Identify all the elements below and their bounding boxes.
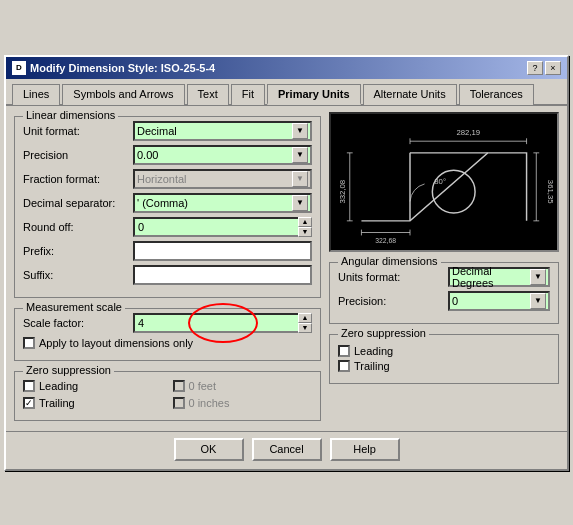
- precision-value: 0.00: [137, 149, 158, 161]
- angular-units-format-value: Decimal Degrees: [452, 265, 529, 289]
- inches-row: 0 inches: [173, 397, 313, 409]
- title-bar-left: D Modify Dimension Style: ISO-25-5-4: [12, 61, 215, 75]
- fraction-format-label: Fraction format:: [23, 173, 133, 185]
- tab-text[interactable]: Text: [187, 84, 229, 105]
- tab-lines[interactable]: Lines: [12, 84, 60, 105]
- measurement-scale-label: Measurement scale: [23, 301, 125, 313]
- bottom-bar: OK Cancel Help: [6, 431, 567, 469]
- fraction-format-select[interactable]: Horizontal ▼: [133, 169, 312, 189]
- close-title-button[interactable]: ×: [545, 61, 561, 75]
- round-off-input[interactable]: [133, 217, 298, 237]
- angular-precision-value: 0: [452, 295, 458, 307]
- unit-format-control: Decimal ▼: [133, 121, 312, 141]
- decimal-separator-value: ' (Comma): [137, 197, 188, 209]
- tab-alternate-units[interactable]: Alternate Units: [363, 84, 457, 105]
- suffix-row: Suffix:: [23, 265, 312, 285]
- help-title-button[interactable]: ?: [527, 61, 543, 75]
- right-panel: 282,19 332,08 361,35: [329, 112, 559, 421]
- scale-factor-control: ▲ ▼: [133, 313, 312, 333]
- round-off-spinner: ▲ ▼: [133, 217, 312, 237]
- scale-factor-up[interactable]: ▲: [298, 313, 312, 323]
- right-leading-row: Leading: [338, 345, 550, 357]
- zero-suppression-left-group: Zero suppression Leading 0 feet ✓ Traili…: [14, 371, 321, 421]
- svg-text:282,19: 282,19: [456, 128, 480, 137]
- help-button[interactable]: Help: [330, 438, 400, 461]
- fraction-format-row: Fraction format: Horizontal ▼: [23, 169, 312, 189]
- feet-row: 0 feet: [173, 380, 313, 392]
- round-off-control: ▲ ▼: [133, 217, 312, 237]
- angular-units-format-select[interactable]: Decimal Degrees ▼: [448, 267, 550, 287]
- zero-suppression-left-grid: Leading 0 feet ✓ Trailing 0 inches: [23, 380, 312, 412]
- inches-label: 0 inches: [189, 397, 230, 409]
- decimal-separator-control: ' (Comma) ▼: [133, 193, 312, 213]
- window-title: Modify Dimension Style: ISO-25-5-4: [30, 62, 215, 74]
- title-buttons: ? ×: [527, 61, 561, 75]
- angular-units-format-control: Decimal Degrees ▼: [448, 267, 550, 287]
- cancel-button[interactable]: Cancel: [252, 438, 322, 461]
- right-leading-label: Leading: [354, 345, 393, 357]
- unit-format-arrow[interactable]: ▼: [292, 123, 308, 139]
- fraction-format-arrow[interactable]: ▼: [292, 171, 308, 187]
- prefix-row: Prefix:: [23, 241, 312, 261]
- prefix-input[interactable]: [133, 241, 312, 261]
- main-window: D Modify Dimension Style: ISO-25-5-4 ? ×…: [4, 55, 569, 471]
- suffix-control: [133, 265, 312, 285]
- right-leading-checkbox[interactable]: [338, 345, 350, 357]
- round-off-spinner-buttons: ▲ ▼: [298, 217, 312, 237]
- scale-factor-spinner-buttons: ▲ ▼: [298, 313, 312, 333]
- angular-dimensions-group: Angular dimensions Units format: Decimal…: [329, 262, 559, 324]
- leading-label: Leading: [39, 380, 78, 392]
- right-trailing-checkbox[interactable]: [338, 360, 350, 372]
- svg-text:80°: 80°: [434, 176, 446, 185]
- round-off-down[interactable]: ▼: [298, 227, 312, 237]
- apply-layout-row: Apply to layout dimensions only: [23, 337, 312, 349]
- scale-factor-spinner: ▲ ▼: [133, 313, 312, 333]
- unit-format-label: Unit format:: [23, 125, 133, 137]
- feet-label: 0 feet: [189, 380, 217, 392]
- precision-control: 0.00 ▼: [133, 145, 312, 165]
- trailing-checkbox[interactable]: ✓: [23, 397, 35, 409]
- apply-layout-checkbox[interactable]: [23, 337, 35, 349]
- apply-layout-label: Apply to layout dimensions only: [39, 337, 193, 349]
- precision-select[interactable]: 0.00 ▼: [133, 145, 312, 165]
- round-off-row: Round off: ▲ ▼: [23, 217, 312, 237]
- scale-factor-down[interactable]: ▼: [298, 323, 312, 333]
- trailing-row: ✓ Trailing: [23, 397, 163, 409]
- inches-checkbox[interactable]: [173, 397, 185, 409]
- decimal-separator-label: Decimal separator:: [23, 197, 133, 209]
- leading-checkbox[interactable]: [23, 380, 35, 392]
- angular-precision-arrow[interactable]: ▼: [530, 293, 546, 309]
- leading-row: Leading: [23, 380, 163, 392]
- angular-precision-select[interactable]: 0 ▼: [448, 291, 550, 311]
- precision-row: Precision 0.00 ▼: [23, 145, 312, 165]
- precision-arrow[interactable]: ▼: [292, 147, 308, 163]
- round-off-up[interactable]: ▲: [298, 217, 312, 227]
- angular-precision-control: 0 ▼: [448, 291, 550, 311]
- unit-format-select[interactable]: Decimal ▼: [133, 121, 312, 141]
- scale-factor-label: Scale factor:: [23, 317, 133, 329]
- suffix-input[interactable]: [133, 265, 312, 285]
- unit-format-row: Unit format: Decimal ▼: [23, 121, 312, 141]
- ok-button[interactable]: OK: [174, 438, 244, 461]
- app-icon: D: [12, 61, 26, 75]
- feet-checkbox[interactable]: [173, 380, 185, 392]
- svg-text:322,68: 322,68: [375, 237, 396, 244]
- tab-fit[interactable]: Fit: [231, 84, 265, 105]
- fraction-format-value: Horizontal: [137, 173, 187, 185]
- decimal-separator-select[interactable]: ' (Comma) ▼: [133, 193, 312, 213]
- tab-symbols-arrows[interactable]: Symbols and Arrows: [62, 84, 184, 105]
- linear-dimensions-group: Linear dimensions Unit format: Decimal ▼…: [14, 116, 321, 298]
- angular-dimensions-label: Angular dimensions: [338, 255, 441, 267]
- scale-factor-row: Scale factor: ▲ ▼: [23, 313, 312, 333]
- angular-precision-label: Precision:: [338, 295, 448, 307]
- tab-bar: Lines Symbols and Arrows Text Fit Primar…: [6, 79, 567, 106]
- angular-units-format-arrow[interactable]: ▼: [530, 269, 546, 285]
- left-panel: Linear dimensions Unit format: Decimal ▼…: [14, 112, 321, 421]
- tab-primary-units[interactable]: Primary Units: [267, 84, 361, 105]
- linear-dimensions-label: Linear dimensions: [23, 109, 118, 121]
- tab-tolerances[interactable]: Tolerances: [459, 84, 534, 105]
- decimal-separator-arrow[interactable]: ▼: [292, 195, 308, 211]
- scale-factor-input[interactable]: [133, 313, 298, 333]
- zero-suppression-right-group: Zero suppression Leading Trailing: [329, 334, 559, 384]
- preview-box: 282,19 332,08 361,35: [329, 112, 559, 252]
